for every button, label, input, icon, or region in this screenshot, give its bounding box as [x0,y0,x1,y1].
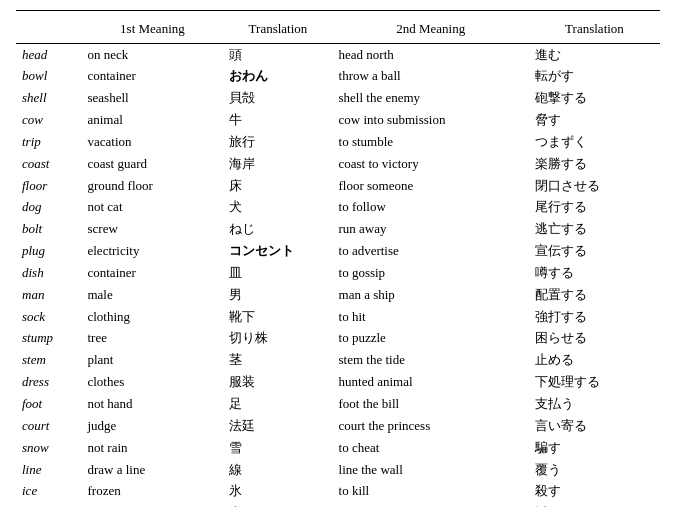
table-row: shellseashell貝殻shell the enemy砲撃する [16,88,660,110]
trans1-cell: 切り株 [223,328,332,350]
table-row: dognot cat犬to follow尾行する [16,197,660,219]
word-cell: head [16,44,81,66]
meaning1-cell: frozen [81,481,223,503]
col-header-word [16,11,81,20]
trans1-cell: 雪 [223,437,332,459]
table-header-row: 1st Meaning Translation 2nd Meaning Tran… [16,19,660,44]
meaning2-cell: head north [333,44,529,66]
meaning1-cell: coast guard [81,153,223,175]
table-row: linedraw a line線line the wall覆う [16,459,660,481]
table-row: icefrozen氷to kill殺す [16,481,660,503]
trans1-cell: 男 [223,284,332,306]
meaning1-cell: male [81,284,223,306]
meaning1-cell: electricity [81,241,223,263]
word-cell: rock [16,503,81,507]
meaning1-cell: container [81,66,223,88]
word-cell: ice [16,481,81,503]
trans2-cell: 閉口させる [529,175,660,197]
trans2-cell: 支払う [529,394,660,416]
trans1-cell: 線 [223,459,332,481]
word-cell: bowl [16,66,81,88]
meaning1-cell: clothing [81,306,223,328]
meaning2-cell: to gossip [333,262,529,284]
col-label-trans2: Translation [529,19,660,44]
word-cell: cow [16,110,81,132]
meaning2-cell: rock a baby [333,503,529,507]
meaning1-cell: screw [81,219,223,241]
meaning1-cell: plant [81,350,223,372]
trans1-cell: 岩 [223,503,332,507]
meaning2-cell: throw a ball [333,66,529,88]
table-row: footnot hand足foot the bill支払う [16,394,660,416]
meaning1-cell: seashell [81,88,223,110]
word-cell: dish [16,262,81,284]
meaning2-cell: to follow [333,197,529,219]
meaning2-cell: to cheat [333,437,529,459]
word-cell: man [16,284,81,306]
trans1-cell: 法廷 [223,415,332,437]
word-cell: shell [16,88,81,110]
meaning1-cell: animal [81,110,223,132]
table-row: coastcoast guard海岸coast to victory楽勝する [16,153,660,175]
trans1-cell: おわん [223,66,332,88]
table-row: boltscrewねじrun away逃亡する [16,219,660,241]
table-row: dressclothes服装hunted animal下処理する [16,372,660,394]
word-cell: line [16,459,81,481]
meaning1-cell: judge [81,415,223,437]
col-label-meaning2: 2nd Meaning [333,19,529,44]
word-cell: dog [16,197,81,219]
meaning2-cell: run away [333,219,529,241]
meaning1-cell: ground floor [81,175,223,197]
word-cell: snow [16,437,81,459]
table-row: stumptree切り株to puzzle困らせる [16,328,660,350]
trans1-cell: 旅行 [223,131,332,153]
trans2-cell: 砲撃する [529,88,660,110]
meaning2-cell: shell the enemy [333,88,529,110]
trans2-cell: 配置する [529,284,660,306]
trans1-cell: 貝殻 [223,88,332,110]
meaning2-cell: to stumble [333,131,529,153]
meaning1-cell: not hand [81,394,223,416]
table-row: cowanimal牛cow into submission脅す [16,110,660,132]
trans2-cell: 止める [529,350,660,372]
meaning1-cell: clothes [81,372,223,394]
trans2-cell: つまずく [529,131,660,153]
word-cell: foot [16,394,81,416]
word-cell: bolt [16,219,81,241]
meaning2-cell: court the princess [333,415,529,437]
trans2-cell: 逃亡する [529,219,660,241]
trans2-cell: 騙す [529,437,660,459]
meaning1-cell: on neck [81,44,223,66]
meaning2-cell: to advertise [333,241,529,263]
trans2-cell: 言い寄る [529,415,660,437]
table-row: manmale男man a ship配置する [16,284,660,306]
word-cell: court [16,415,81,437]
meaning2-cell: to puzzle [333,328,529,350]
table-row: snownot rain雪to cheat騙す [16,437,660,459]
trans1-cell: 皿 [223,262,332,284]
meaning1-cell: not cat [81,197,223,219]
trans1-cell: 服装 [223,372,332,394]
trans2-cell: 脅す [529,110,660,132]
trans2-cell: 転がす [529,66,660,88]
word-cell: coast [16,153,81,175]
trans2-cell: 尾行する [529,197,660,219]
trans2-cell: 揺らす [529,503,660,507]
meaning2-cell: to kill [333,481,529,503]
trans2-cell: 噂する [529,262,660,284]
meaning1-cell: not rain [81,437,223,459]
col-label-trans1: Translation [223,19,332,44]
word-cell: stem [16,350,81,372]
meaning1-cell: vacation [81,131,223,153]
word-cell: plug [16,241,81,263]
trans2-cell: 強打する [529,306,660,328]
meaning1-cell: container [81,262,223,284]
meaning2-cell: man a ship [333,284,529,306]
trans2-cell: 困らせる [529,328,660,350]
trans2-cell: 下処理する [529,372,660,394]
meaning1-cell: draw a line [81,459,223,481]
table-row: tripvacation旅行to stumbleつまずく [16,131,660,153]
col-header-meaning2 [333,11,529,20]
trans1-cell: 靴下 [223,306,332,328]
trans1-cell: コンセント [223,241,332,263]
